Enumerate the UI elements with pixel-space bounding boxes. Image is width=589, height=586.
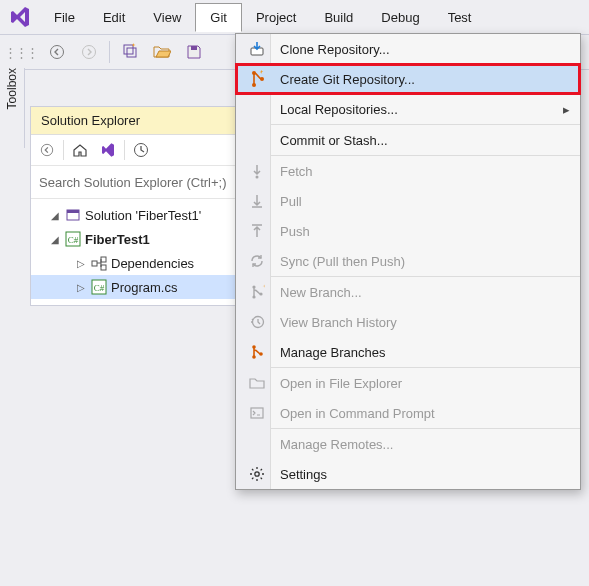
svg-text:C#: C# (94, 283, 105, 293)
svg-point-23 (259, 292, 262, 295)
se-separator (63, 140, 64, 160)
expander-icon: ▷ (75, 282, 87, 293)
dependencies-icon (91, 255, 107, 271)
menu-view[interactable]: View (139, 4, 195, 31)
menu-label: View Branch History (270, 315, 397, 330)
toolbar-separator (109, 41, 110, 63)
git-commit-or-stash[interactable]: Commit or Stash... (236, 125, 580, 155)
menu-git[interactable]: Git (195, 3, 242, 32)
push-icon (244, 223, 270, 239)
git-local-repositories[interactable]: Local Repositories... (236, 94, 580, 124)
svg-text:✦: ✦ (262, 284, 265, 291)
solution-explorer-panel: Solution Explorer Search Solution Explor… (30, 106, 236, 306)
svg-point-17 (252, 71, 256, 75)
menu-label: Manage Remotes... (270, 437, 393, 452)
svg-point-19 (260, 77, 264, 81)
csharp-file-icon: C# (91, 279, 107, 295)
git-view-branch-history[interactable]: View Branch History (236, 307, 580, 337)
git-clone-repository[interactable]: Clone Repository... (236, 34, 580, 64)
dependencies-node[interactable]: ▷ Dependencies (31, 251, 235, 275)
svg-point-0 (51, 46, 64, 59)
expander-icon: ◢ (49, 234, 61, 245)
menu-edit[interactable]: Edit (89, 4, 139, 31)
toolbar-grip-icon: ⋮⋮⋮ (4, 45, 37, 60)
expander-icon: ◢ (49, 210, 61, 221)
se-switch-views-button[interactable] (96, 138, 120, 162)
git-create-repository[interactable]: Create Git Repository... (236, 64, 580, 94)
toolbox-tab[interactable]: Toolbox (0, 68, 25, 148)
svg-point-1 (83, 46, 96, 59)
se-separator (124, 140, 125, 160)
git-manage-remotes[interactable]: Manage Remotes... (236, 429, 580, 459)
git-manage-branches[interactable]: Manage Branches (236, 337, 580, 367)
svg-rect-3 (124, 45, 133, 54)
terminal-icon (244, 405, 270, 421)
svg-rect-11 (92, 261, 97, 266)
git-settings[interactable]: Settings (236, 459, 580, 489)
solution-icon (65, 207, 81, 223)
nav-forward-button[interactable] (75, 39, 103, 65)
menu-debug[interactable]: Debug (367, 4, 433, 31)
menu-test[interactable]: Test (434, 4, 486, 31)
git-pull[interactable]: Pull (236, 186, 580, 216)
solution-tree: ◢ Solution 'FiberTest1' ◢ C# FiberTest1 … (31, 199, 235, 305)
menu-project[interactable]: Project (242, 4, 310, 31)
save-button[interactable] (180, 39, 208, 65)
expander-icon: ▷ (75, 258, 87, 269)
menu-label: Settings (270, 467, 327, 482)
gear-icon (244, 466, 270, 482)
csharp-project-icon: C# (65, 231, 81, 247)
project-node[interactable]: ◢ C# FiberTest1 (31, 227, 235, 251)
svg-rect-2 (127, 48, 136, 57)
svg-point-28 (259, 352, 263, 356)
visual-studio-window: File Edit View Git Project Build Debug T… (0, 0, 589, 586)
svg-rect-13 (101, 265, 106, 270)
fetch-icon (244, 163, 270, 179)
svg-point-27 (252, 355, 256, 359)
menu-label: Clone Repository... (270, 42, 390, 57)
svg-text:C#: C# (68, 235, 79, 245)
git-fetch[interactable]: Fetch (236, 156, 580, 186)
se-home-button[interactable] (68, 138, 92, 162)
toolbox-label: Toolbox (5, 68, 19, 115)
svg-point-5 (41, 144, 52, 155)
svg-rect-12 (101, 257, 106, 262)
open-file-button[interactable] (148, 39, 176, 65)
menu-file[interactable]: File (40, 4, 89, 31)
git-open-in-command-prompt[interactable]: Open in Command Prompt (236, 398, 580, 428)
solution-label: Solution 'FiberTest1' (85, 208, 201, 223)
menu-label: Manage Branches (270, 345, 386, 360)
svg-point-20 (256, 176, 259, 179)
pull-icon (244, 193, 270, 209)
dependencies-label: Dependencies (111, 256, 194, 271)
se-back-button[interactable] (35, 138, 59, 162)
solution-node[interactable]: ◢ Solution 'FiberTest1' (31, 203, 235, 227)
svg-point-26 (252, 345, 256, 349)
menu-label: Create Git Repository... (270, 72, 415, 87)
new-branch-icon: ✦ (244, 284, 270, 300)
menu-label: Open in Command Prompt (270, 406, 435, 421)
git-menu-dropdown: Clone Repository... Create Git Repositor… (235, 33, 581, 490)
new-project-button[interactable] (116, 39, 144, 65)
nav-back-button[interactable] (43, 39, 71, 65)
file-node-program[interactable]: ▷ C# Program.cs (31, 275, 235, 299)
menu-label: Fetch (270, 164, 313, 179)
svg-rect-8 (67, 210, 79, 213)
solution-explorer-title: Solution Explorer (31, 107, 235, 135)
git-new-branch[interactable]: ✦ New Branch... (236, 277, 580, 307)
git-sync[interactable]: Sync (Pull then Push) (236, 246, 580, 276)
menu-label: Push (270, 224, 310, 239)
svg-point-30 (255, 472, 259, 476)
visual-studio-logo-icon (8, 5, 32, 29)
se-pending-changes-button[interactable] (129, 138, 153, 162)
file-label: Program.cs (111, 280, 177, 295)
menu-label: Sync (Pull then Push) (270, 254, 405, 269)
menu-build[interactable]: Build (310, 4, 367, 31)
clone-repo-icon (244, 40, 270, 58)
menu-label: Commit or Stash... (270, 133, 388, 148)
solution-explorer-search[interactable]: Search Solution Explorer (Ctrl+;) (31, 166, 235, 199)
menu-label: New Branch... (270, 285, 362, 300)
git-open-in-file-explorer[interactable]: Open in File Explorer (236, 368, 580, 398)
git-push[interactable]: Push (236, 216, 580, 246)
menu-label: Pull (270, 194, 302, 209)
